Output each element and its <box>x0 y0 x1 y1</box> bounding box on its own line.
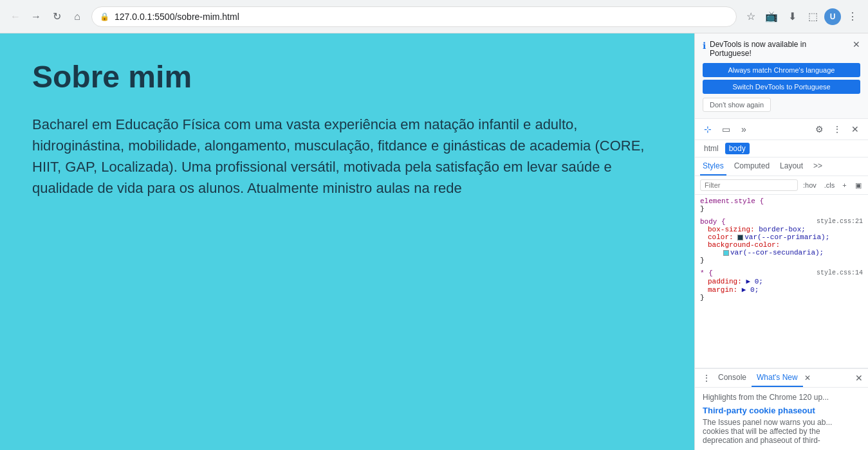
css-prop-name: background-color: <box>700 241 780 249</box>
styles-filter-row: :hov .cls + ▣ ⊞ <box>695 176 868 195</box>
css-prop-value: ▶ 0; <box>742 277 763 285</box>
css-prop-value: ▶ 0; <box>737 285 759 294</box>
home-button[interactable]: ⌂ <box>68 8 86 26</box>
hov-button[interactable]: :hov <box>800 180 819 190</box>
css-prop-value: var(--cor-primaria); <box>734 233 830 241</box>
css-prop-padding: padding: ▶ 0; <box>700 277 863 285</box>
css-prop-color: color: var(--cor-primaria); <box>700 233 863 241</box>
bottom-content: Highlights from the Chrome 120 up... Thi… <box>695 388 868 450</box>
styles-icon-group: ▣ ⊞ <box>852 179 868 192</box>
css-rule-star: * { style.css:14 padding: ▶ 0; margin: ▶… <box>700 269 863 302</box>
bottom-more-button[interactable]: ⋮ <box>700 372 713 384</box>
always-match-language-button[interactable]: Always match Chrome's language <box>703 63 860 77</box>
main-layout: Sobre mim Bacharel em Educação Física co… <box>0 33 868 450</box>
css-selector: element.style { <box>700 197 764 205</box>
device-emulation-button[interactable]: ▭ <box>718 122 734 137</box>
menu-button[interactable]: ⋮ <box>844 8 862 26</box>
notif-header: ℹ DevTools is now available in Portugues… <box>703 40 860 58</box>
tab-whats-new[interactable]: What's New <box>752 369 803 387</box>
notif-buttons: Always match Chrome's language Switch De… <box>703 63 860 94</box>
box-model-button[interactable]: ▣ <box>852 179 865 192</box>
css-close-brace: } <box>700 205 705 213</box>
bookmark-button[interactable]: ☆ <box>742 8 760 26</box>
styles-panel: Styles Computed Layout >> :hov .cls + ▣ … <box>695 158 868 368</box>
styles-nav-layout[interactable]: Layout <box>777 158 806 176</box>
devtools-inner: ℹ DevTools is now available in Portugues… <box>695 33 868 450</box>
css-rules-panel: element.style { } body { style.css:21 bo… <box>695 195 868 309</box>
styles-nav-more[interactable]: >> <box>811 158 825 176</box>
cast-button[interactable]: 📺 <box>762 8 780 26</box>
css-prop-name: margin: <box>700 286 737 294</box>
styles-nav-computed[interactable]: Computed <box>732 158 772 176</box>
styles-filter-input[interactable] <box>700 179 798 191</box>
reload-button[interactable]: ↻ <box>48 8 66 26</box>
article-title: Third-party cookie phaseout <box>703 406 860 415</box>
css-body-selector: body { <box>700 218 726 226</box>
css-source-star: style.css:14 <box>817 269 863 277</box>
css-close-brace: } <box>700 256 705 264</box>
settings-button[interactable]: ⚙ <box>811 122 827 137</box>
nav-buttons: ← → ↻ ⌂ <box>6 8 86 26</box>
browser-chrome: ← → ↻ ⌂ 🔒 127.0.0.1:5500/sobre-mim.html … <box>0 0 868 33</box>
devtools-notification: ℹ DevTools is now available in Portugues… <box>695 33 868 119</box>
tab-html[interactable]: html <box>700 143 723 154</box>
download-button[interactable]: ⬇ <box>783 8 801 26</box>
color-swatch <box>723 250 729 256</box>
styles-nav: Styles Computed Layout >> <box>695 158 868 176</box>
css-prop-value: border-box; <box>755 226 806 233</box>
css-prop-name: box-sizing: <box>700 226 755 233</box>
css-source-body: style.css:21 <box>817 218 863 226</box>
cls-button[interactable]: .cls <box>822 180 838 190</box>
css-rule-element-style: element.style { } <box>700 197 863 213</box>
css-prop-name: color: <box>700 233 734 241</box>
switch-to-portuguese-button[interactable]: Switch DevTools to Portuguese <box>703 80 860 94</box>
browser-toolbar-right: ☆ 📺 ⬇ ⬚ U ⋮ <box>742 8 862 26</box>
dont-show-again-button[interactable]: Don't show again <box>703 98 771 112</box>
css-close-brace: } <box>700 294 705 302</box>
css-prop-bg-value: var(--cor-secundaria); <box>700 249 863 256</box>
url-text: 127.0.0.1:5500/sobre-mim.html <box>115 12 239 22</box>
notif-close-button[interactable]: ✕ <box>853 40 860 49</box>
cursor-tool-button[interactable]: ⊹ <box>700 122 716 137</box>
devtools-menu-button[interactable]: ⋮ <box>829 122 845 137</box>
css-prop-margin: margin: ▶ 0; <box>700 285 863 294</box>
devtools-toggle-button[interactable]: ⬚ <box>804 8 822 26</box>
more-tools-button[interactable]: » <box>736 122 752 137</box>
css-prop-bg: background-color: <box>700 241 863 249</box>
profile-button[interactable]: U <box>824 8 841 25</box>
element-tabs: html body <box>695 140 868 158</box>
webpage-content: Sobre mim Bacharel em Educação Física co… <box>0 33 694 450</box>
css-rule-body: body { style.css:21 box-sizing: border-b… <box>700 218 863 264</box>
notif-title: DevTools is now available in Portuguese! <box>710 40 849 58</box>
devtools-bottom-panel: ⋮ Console What's New ✕ ✕ Highlights from… <box>695 368 868 450</box>
tab-console[interactable]: Console <box>713 369 752 387</box>
forward-button[interactable]: → <box>27 8 45 26</box>
back-button[interactable]: ← <box>6 8 24 26</box>
devtools-close-button[interactable]: ✕ <box>847 122 863 137</box>
page-body: Bacharel em Educação Física com uma vast… <box>32 114 662 199</box>
css-prop-value: var(--cor-secundaria); <box>708 249 824 256</box>
devtools-panel: ℹ DevTools is now available in Portugues… <box>694 33 868 450</box>
whats-new-close-button[interactable]: ✕ <box>803 374 812 382</box>
bottom-panel-close-button[interactable]: ✕ <box>855 373 863 383</box>
article-text: The Issues panel now warns you ab... coo… <box>703 418 860 445</box>
bottom-highlight-text: Highlights from the Chrome 120 up... <box>703 393 860 402</box>
page-title: Sobre mim <box>32 59 662 94</box>
tab-body[interactable]: body <box>725 143 750 154</box>
styles-nav-styles[interactable]: Styles <box>700 158 726 176</box>
address-bar[interactable]: 🔒 127.0.0.1:5500/sobre-mim.html <box>91 6 737 27</box>
lock-icon: 🔒 <box>100 12 109 21</box>
devtools-toolbar: ⊹ ▭ » ⚙ ⋮ ✕ <box>695 119 868 140</box>
css-prop-name: padding: <box>700 278 742 285</box>
css-star-selector: * { <box>700 269 713 277</box>
color-swatch <box>737 235 743 240</box>
css-prop-box-sizing: box-sizing: border-box; <box>700 226 863 233</box>
bottom-tabs: ⋮ Console What's New ✕ ✕ <box>695 369 868 388</box>
info-icon: ℹ <box>703 40 706 51</box>
add-style-button[interactable]: + <box>840 180 849 190</box>
